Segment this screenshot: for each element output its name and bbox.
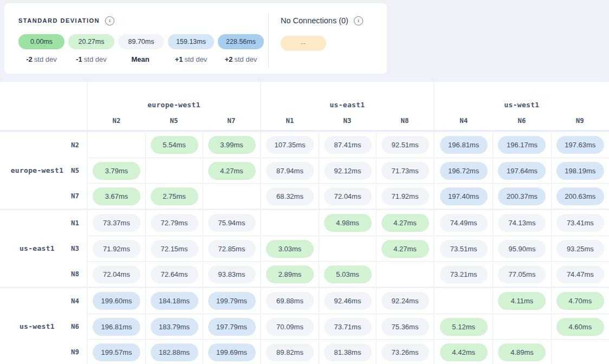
latency-cell-N4-N4[interactable] <box>435 288 493 314</box>
latency-cell-N9-N5[interactable]: 182.88ms <box>145 339 203 364</box>
latency-cell-N5-N7[interactable]: 4.27ms <box>203 158 260 183</box>
latency-cell-N3-N1[interactable]: 3.03ms <box>261 236 319 261</box>
latency-cell-N8-N1[interactable]: 2.89ms <box>261 261 319 287</box>
latency-cell-N1-N4[interactable]: 74.49ms <box>435 210 493 236</box>
latency-pill: 73.71ms <box>324 318 372 336</box>
latency-cell-N6-N7[interactable]: 197.79ms <box>203 314 260 339</box>
latency-cell-N9-N6[interactable]: 4.89ms <box>493 339 550 364</box>
latency-cell-N9-N1[interactable]: 89.82ms <box>261 339 319 364</box>
latency-cell-N3-N3[interactable] <box>319 236 376 261</box>
latency-cell-N2-N5[interactable]: 5.54ms <box>145 132 203 158</box>
latency-cell-N8-N3[interactable]: 5.03ms <box>319 261 376 287</box>
latency-cell-N5-N4[interactable]: 196.72ms <box>435 158 493 183</box>
latency-cell-N6-N1[interactable]: 70.09ms <box>261 314 319 339</box>
latency-cell-N2-N7[interactable]: 3.99ms <box>203 132 260 158</box>
latency-cell-N3-N6[interactable]: 95.90ms <box>493 236 550 261</box>
latency-cell-N6-N2[interactable]: 196.81ms <box>88 314 145 339</box>
latency-cell-N1-N8[interactable]: 4.27ms <box>376 210 433 236</box>
row-header-N2: N2 <box>54 132 87 158</box>
column-region-label: us-west1 <box>435 101 609 109</box>
latency-cell-N9-N8[interactable]: 73.26ms <box>376 339 433 364</box>
latency-cell-N8-N2[interactable]: 72.04ms <box>88 261 145 287</box>
latency-cell-N3-N7[interactable]: 72.85ms <box>203 236 260 261</box>
latency-cell-N5-N2[interactable]: 3.79ms <box>88 158 145 183</box>
latency-cell-N6-N8[interactable]: 75.36ms <box>376 314 433 339</box>
latency-cell-N9-N3[interactable]: 81.38ms <box>319 339 376 364</box>
latency-cell-N6-N9[interactable]: 4.60ms <box>551 314 609 339</box>
latency-cell-N9-N9[interactable] <box>551 339 609 364</box>
latency-cell-N4-N2[interactable]: 199.60ms <box>88 288 145 314</box>
latency-cell-N7-N4[interactable]: 197.40ms <box>435 183 493 209</box>
latency-cell-N7-N1[interactable]: 68.32ms <box>261 183 319 209</box>
latency-cell-N8-N5[interactable]: 72.64ms <box>145 261 203 287</box>
latency-pill: 197.63ms <box>556 136 604 154</box>
latency-cell-N3-N9[interactable]: 93.25ms <box>551 236 609 261</box>
latency-cell-N7-N7[interactable] <box>203 183 260 209</box>
latency-cell-N2-N6[interactable]: 196.17ms <box>493 132 550 158</box>
latency-cell-N5-N6[interactable]: 197.64ms <box>493 158 550 183</box>
info-icon[interactable]: i <box>354 16 363 25</box>
latency-cell-N7-N9[interactable]: 200.63ms <box>551 183 609 209</box>
latency-cell-N1-N6[interactable]: 74.13ms <box>493 210 550 236</box>
latency-cell-N1-N2[interactable]: 73.37ms <box>88 210 145 236</box>
latency-cell-N4-N9[interactable]: 4.70ms <box>551 288 609 314</box>
info-icon[interactable]: i <box>105 16 114 25</box>
latency-cell-N7-N8[interactable]: 71.92ms <box>376 183 433 209</box>
latency-cell-N4-N3[interactable]: 92.46ms <box>319 288 376 314</box>
latency-cell-N4-N8[interactable]: 92.24ms <box>376 288 433 314</box>
latency-cell-N6-N4[interactable]: 5.12ms <box>435 314 493 339</box>
latency-cell-N4-N5[interactable]: 184.18ms <box>145 288 203 314</box>
latency-grid-europe-west1-europe-west1: 5.54ms3.99ms3.79ms4.27ms3.67ms2.75ms <box>88 132 260 209</box>
latency-cell-N8-N8[interactable] <box>376 261 433 287</box>
latency-cell-N7-N2[interactable]: 3.67ms <box>88 183 145 209</box>
latency-cell-N2-N1[interactable]: 107.35ms <box>261 132 319 158</box>
latency-cell-N2-N8[interactable]: 92.51ms <box>376 132 433 158</box>
latency-cell-N7-N3[interactable]: 72.04ms <box>319 183 376 209</box>
latency-cell-N5-N9[interactable]: 198.19ms <box>551 158 609 183</box>
latency-cell-N2-N4[interactable]: 196.81ms <box>435 132 493 158</box>
latency-cell-N9-N7[interactable]: 199.69ms <box>203 339 260 364</box>
latency-cell-N3-N5[interactable]: 72.15ms <box>145 236 203 261</box>
latency-cell-N6-N3[interactable]: 73.71ms <box>319 314 376 339</box>
stddev-step-label: +2std dev <box>225 55 257 63</box>
latency-cell-N1-N3[interactable]: 4.98ms <box>319 210 376 236</box>
row-header-N6: N6 <box>54 314 87 339</box>
latency-cell-N9-N4[interactable]: 4.42ms <box>435 339 493 364</box>
latency-pill: 199.79ms <box>208 292 256 310</box>
latency-cell-N2-N2[interactable] <box>88 132 145 158</box>
latency-cell-N4-N1[interactable]: 69.88ms <box>261 288 319 314</box>
latency-cell-N8-N4[interactable]: 73.21ms <box>435 261 493 287</box>
latency-cell-N3-N4[interactable]: 73.51ms <box>435 236 493 261</box>
latency-cell-N4-N7[interactable]: 199.79ms <box>203 288 260 314</box>
column-region-label: europe-west1 <box>88 101 260 109</box>
latency-pill: 73.51ms <box>440 240 488 258</box>
latency-cell-N7-N5[interactable]: 2.75ms <box>145 183 203 209</box>
latency-cell-N6-N6[interactable] <box>493 314 550 339</box>
latency-cell-N4-N6[interactable]: 4.11ms <box>493 288 550 314</box>
latency-cell-N8-N7[interactable]: 93.83ms <box>203 261 260 287</box>
latency-pill: 197.40ms <box>440 187 488 205</box>
latency-cell-N1-N7[interactable]: 75.94ms <box>203 210 260 236</box>
latency-cell-N3-N8[interactable]: 4.27ms <box>376 236 433 261</box>
latency-cell-N5-N3[interactable]: 92.12ms <box>319 158 376 183</box>
latency-cell-N1-N1[interactable] <box>261 210 319 236</box>
latency-cell-N5-N5[interactable] <box>145 158 203 183</box>
latency-cell-N2-N9[interactable]: 197.63ms <box>551 132 609 158</box>
latency-cell-N8-N9[interactable]: 74.47ms <box>551 261 609 287</box>
latency-cell-N7-N6[interactable]: 200.37ms <box>493 183 550 209</box>
latency-cell-N9-N2[interactable]: 199.57ms <box>88 339 145 364</box>
latency-pill: 95.90ms <box>498 240 546 258</box>
latency-pill: 72.85ms <box>208 240 256 258</box>
latency-cell-N2-N3[interactable]: 87.41ms <box>319 132 376 158</box>
latency-pill: 89.82ms <box>266 343 314 361</box>
latency-cell-N5-N8[interactable]: 71.73ms <box>376 158 433 183</box>
latency-cell-N3-N2[interactable]: 71.92ms <box>88 236 145 261</box>
latency-pill: 184.18ms <box>151 292 198 310</box>
latency-pill: 92.12ms <box>324 162 372 180</box>
latency-cell-N6-N5[interactable]: 183.79ms <box>145 314 203 339</box>
latency-cell-N8-N6[interactable]: 77.05ms <box>493 261 550 287</box>
latency-cell-N5-N1[interactable]: 87.94ms <box>261 158 319 183</box>
latency-cell-N1-N9[interactable]: 73.41ms <box>551 210 609 236</box>
latency-cell-N1-N5[interactable]: 72.79ms <box>145 210 203 236</box>
stddev-step: 159.13ms+1std dev <box>168 34 214 63</box>
